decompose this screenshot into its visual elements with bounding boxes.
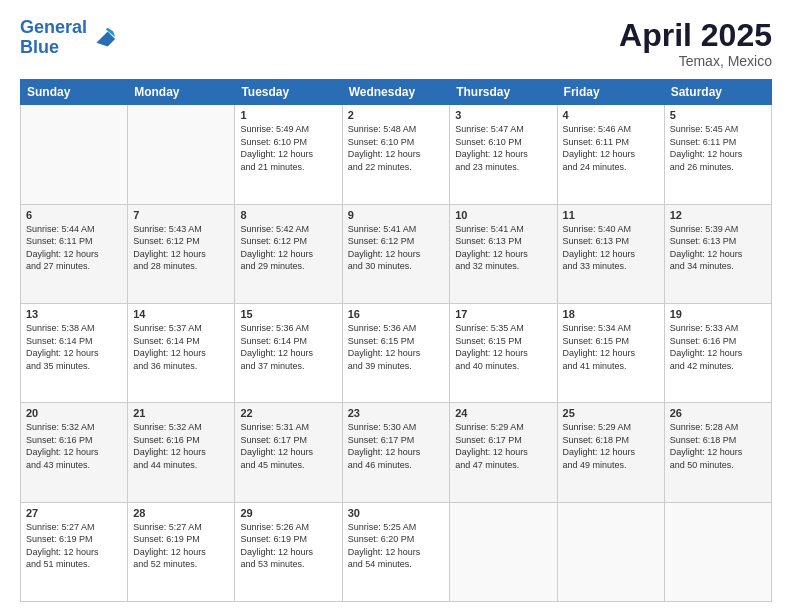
cell-info: Sunrise: 5:45 AMSunset: 6:11 PMDaylight:… [670,123,766,173]
cell-info: Sunrise: 5:39 AMSunset: 6:13 PMDaylight:… [670,223,766,273]
day-number: 24 [455,407,551,419]
header: GeneralBlue April 2025 Temax, Mexico [20,18,772,69]
day-number: 7 [133,209,229,221]
day-number: 10 [455,209,551,221]
calendar-row: 13Sunrise: 5:38 AMSunset: 6:14 PMDayligh… [21,303,772,402]
cell-info: Sunrise: 5:37 AMSunset: 6:14 PMDaylight:… [133,322,229,372]
table-cell: 7Sunrise: 5:43 AMSunset: 6:12 PMDaylight… [128,204,235,303]
cell-info: Sunrise: 5:41 AMSunset: 6:13 PMDaylight:… [455,223,551,273]
day-number: 6 [26,209,122,221]
title-block: April 2025 Temax, Mexico [619,18,772,69]
table-cell [450,502,557,601]
page: GeneralBlue April 2025 Temax, Mexico Sun… [0,0,792,612]
cell-info: Sunrise: 5:29 AMSunset: 6:18 PMDaylight:… [563,421,659,471]
day-number: 3 [455,109,551,121]
table-cell: 15Sunrise: 5:36 AMSunset: 6:14 PMDayligh… [235,303,342,402]
table-cell: 11Sunrise: 5:40 AMSunset: 6:13 PMDayligh… [557,204,664,303]
cell-info: Sunrise: 5:44 AMSunset: 6:11 PMDaylight:… [26,223,122,273]
day-number: 1 [240,109,336,121]
cell-info: Sunrise: 5:41 AMSunset: 6:12 PMDaylight:… [348,223,445,273]
day-number: 5 [670,109,766,121]
day-number: 22 [240,407,336,419]
location: Temax, Mexico [619,53,772,69]
logo-icon [89,24,117,52]
cell-info: Sunrise: 5:48 AMSunset: 6:10 PMDaylight:… [348,123,445,173]
month-title: April 2025 [619,18,772,53]
day-number: 9 [348,209,445,221]
table-cell: 2Sunrise: 5:48 AMSunset: 6:10 PMDaylight… [342,105,450,204]
table-cell: 28Sunrise: 5:27 AMSunset: 6:19 PMDayligh… [128,502,235,601]
day-number: 27 [26,507,122,519]
table-cell [557,502,664,601]
table-cell: 25Sunrise: 5:29 AMSunset: 6:18 PMDayligh… [557,403,664,502]
cell-info: Sunrise: 5:26 AMSunset: 6:19 PMDaylight:… [240,521,336,571]
table-cell: 10Sunrise: 5:41 AMSunset: 6:13 PMDayligh… [450,204,557,303]
day-number: 15 [240,308,336,320]
calendar-row: 20Sunrise: 5:32 AMSunset: 6:16 PMDayligh… [21,403,772,502]
cell-info: Sunrise: 5:35 AMSunset: 6:15 PMDaylight:… [455,322,551,372]
table-cell: 19Sunrise: 5:33 AMSunset: 6:16 PMDayligh… [664,303,771,402]
calendar-row: 27Sunrise: 5:27 AMSunset: 6:19 PMDayligh… [21,502,772,601]
cell-info: Sunrise: 5:34 AMSunset: 6:15 PMDaylight:… [563,322,659,372]
table-cell: 4Sunrise: 5:46 AMSunset: 6:11 PMDaylight… [557,105,664,204]
cell-info: Sunrise: 5:49 AMSunset: 6:10 PMDaylight:… [240,123,336,173]
logo: GeneralBlue [20,18,117,58]
cell-info: Sunrise: 5:31 AMSunset: 6:17 PMDaylight:… [240,421,336,471]
day-number: 11 [563,209,659,221]
day-number: 20 [26,407,122,419]
cell-info: Sunrise: 5:28 AMSunset: 6:18 PMDaylight:… [670,421,766,471]
calendar-row: 1Sunrise: 5:49 AMSunset: 6:10 PMDaylight… [21,105,772,204]
table-cell: 1Sunrise: 5:49 AMSunset: 6:10 PMDaylight… [235,105,342,204]
col-tuesday: Tuesday [235,80,342,105]
table-cell [664,502,771,601]
col-friday: Friday [557,80,664,105]
cell-info: Sunrise: 5:36 AMSunset: 6:14 PMDaylight:… [240,322,336,372]
cell-info: Sunrise: 5:27 AMSunset: 6:19 PMDaylight:… [26,521,122,571]
table-cell: 24Sunrise: 5:29 AMSunset: 6:17 PMDayligh… [450,403,557,502]
col-wednesday: Wednesday [342,80,450,105]
cell-info: Sunrise: 5:46 AMSunset: 6:11 PMDaylight:… [563,123,659,173]
cell-info: Sunrise: 5:32 AMSunset: 6:16 PMDaylight:… [133,421,229,471]
table-cell: 14Sunrise: 5:37 AMSunset: 6:14 PMDayligh… [128,303,235,402]
day-number: 13 [26,308,122,320]
day-number: 29 [240,507,336,519]
table-cell: 16Sunrise: 5:36 AMSunset: 6:15 PMDayligh… [342,303,450,402]
table-cell [128,105,235,204]
cell-info: Sunrise: 5:40 AMSunset: 6:13 PMDaylight:… [563,223,659,273]
table-cell: 22Sunrise: 5:31 AMSunset: 6:17 PMDayligh… [235,403,342,502]
table-cell: 20Sunrise: 5:32 AMSunset: 6:16 PMDayligh… [21,403,128,502]
day-number: 21 [133,407,229,419]
col-thursday: Thursday [450,80,557,105]
cell-info: Sunrise: 5:30 AMSunset: 6:17 PMDaylight:… [348,421,445,471]
table-cell: 29Sunrise: 5:26 AMSunset: 6:19 PMDayligh… [235,502,342,601]
day-number: 19 [670,308,766,320]
day-number: 18 [563,308,659,320]
table-cell: 6Sunrise: 5:44 AMSunset: 6:11 PMDaylight… [21,204,128,303]
col-sunday: Sunday [21,80,128,105]
cell-info: Sunrise: 5:25 AMSunset: 6:20 PMDaylight:… [348,521,445,571]
table-cell: 17Sunrise: 5:35 AMSunset: 6:15 PMDayligh… [450,303,557,402]
table-cell: 26Sunrise: 5:28 AMSunset: 6:18 PMDayligh… [664,403,771,502]
table-cell: 23Sunrise: 5:30 AMSunset: 6:17 PMDayligh… [342,403,450,502]
table-cell: 3Sunrise: 5:47 AMSunset: 6:10 PMDaylight… [450,105,557,204]
table-cell: 27Sunrise: 5:27 AMSunset: 6:19 PMDayligh… [21,502,128,601]
table-cell: 8Sunrise: 5:42 AMSunset: 6:12 PMDaylight… [235,204,342,303]
day-number: 25 [563,407,659,419]
table-cell: 21Sunrise: 5:32 AMSunset: 6:16 PMDayligh… [128,403,235,502]
cell-info: Sunrise: 5:36 AMSunset: 6:15 PMDaylight:… [348,322,445,372]
day-number: 14 [133,308,229,320]
table-cell: 18Sunrise: 5:34 AMSunset: 6:15 PMDayligh… [557,303,664,402]
cell-info: Sunrise: 5:43 AMSunset: 6:12 PMDaylight:… [133,223,229,273]
col-monday: Monday [128,80,235,105]
cell-info: Sunrise: 5:32 AMSunset: 6:16 PMDaylight:… [26,421,122,471]
table-cell: 12Sunrise: 5:39 AMSunset: 6:13 PMDayligh… [664,204,771,303]
calendar-header-row: Sunday Monday Tuesday Wednesday Thursday… [21,80,772,105]
day-number: 28 [133,507,229,519]
table-cell: 30Sunrise: 5:25 AMSunset: 6:20 PMDayligh… [342,502,450,601]
day-number: 16 [348,308,445,320]
cell-info: Sunrise: 5:47 AMSunset: 6:10 PMDaylight:… [455,123,551,173]
day-number: 26 [670,407,766,419]
cell-info: Sunrise: 5:27 AMSunset: 6:19 PMDaylight:… [133,521,229,571]
calendar-row: 6Sunrise: 5:44 AMSunset: 6:11 PMDaylight… [21,204,772,303]
day-number: 23 [348,407,445,419]
